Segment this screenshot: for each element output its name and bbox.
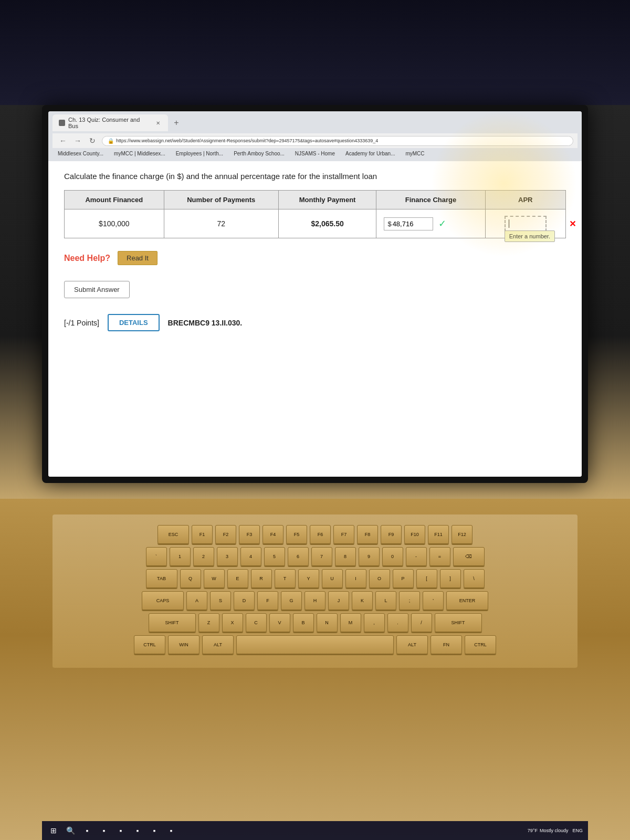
key-lalt[interactable]: ALT — [202, 635, 234, 654]
reload-button[interactable]: ↻ — [86, 134, 99, 147]
windows-start-button[interactable]: ⊞ — [47, 824, 60, 837]
key-7[interactable]: 7 — [311, 547, 332, 566]
key-1[interactable]: 1 — [170, 547, 191, 566]
forward-button[interactable]: → — [71, 134, 84, 147]
bookmark-njsams[interactable]: NJSAMS - Home — [292, 150, 338, 158]
key-lbracket[interactable]: [ — [416, 569, 437, 588]
key-rshift[interactable]: SHIFT — [435, 613, 482, 632]
key-y[interactable]: Y — [298, 569, 319, 588]
key-w[interactable]: W — [204, 569, 225, 588]
key-8[interactable]: 8 — [335, 547, 356, 566]
active-tab[interactable]: Ch. 13 Quiz: Consumer and Bus ✕ — [52, 114, 168, 131]
key-e[interactable]: E — [227, 569, 248, 588]
key-f7[interactable]: F7 — [333, 525, 354, 544]
key-n[interactable]: N — [317, 613, 338, 632]
bookmark-academy[interactable]: Academy for Urban... — [342, 150, 398, 158]
key-lctrl[interactable]: CTRL — [134, 635, 165, 654]
key-f5[interactable]: F5 — [286, 525, 307, 544]
key-p[interactable]: P — [393, 569, 414, 588]
key-period[interactable]: . — [387, 613, 408, 632]
apr-input-wrap[interactable] — [505, 216, 547, 232]
taskbar-icon-2[interactable]: ▪ — [98, 824, 110, 837]
tab-close-button[interactable]: ✕ — [154, 119, 162, 127]
taskbar-icon-6[interactable]: ▪ — [165, 824, 177, 837]
key-rctrl[interactable]: CTRL — [465, 635, 496, 654]
key-o[interactable]: O — [369, 569, 390, 588]
key-m[interactable]: M — [340, 613, 361, 632]
key-f6[interactable]: F6 — [310, 525, 331, 544]
key-i[interactable]: I — [345, 569, 366, 588]
read-it-button[interactable]: Read It — [118, 251, 158, 265]
key-4[interactable]: 4 — [240, 547, 261, 566]
key-x[interactable]: X — [222, 613, 243, 632]
key-t[interactable]: T — [275, 569, 296, 588]
key-v[interactable]: V — [269, 613, 290, 632]
key-slash[interactable]: / — [411, 613, 432, 632]
key-0[interactable]: 0 — [382, 547, 403, 566]
key-f12[interactable]: F12 — [452, 525, 472, 544]
key-enter[interactable]: ENTER — [446, 591, 488, 610]
key-fn[interactable]: FN — [430, 635, 462, 654]
key-f[interactable]: F — [257, 591, 278, 610]
key-d[interactable]: D — [234, 591, 255, 610]
key-space[interactable] — [236, 635, 394, 654]
bookmark-employees[interactable]: Employees | North... — [173, 150, 226, 158]
key-u[interactable]: U — [322, 569, 343, 588]
key-backtick[interactable]: ` — [146, 547, 167, 566]
key-a[interactable]: A — [186, 591, 207, 610]
bookmark-middlesex-county[interactable]: Middlesex County... — [55, 150, 107, 158]
details-button[interactable]: DETAILS — [108, 314, 160, 331]
key-f10[interactable]: F10 — [404, 525, 425, 544]
key-f1[interactable]: F1 — [192, 525, 213, 544]
key-g[interactable]: G — [281, 591, 302, 610]
taskbar-icon-3[interactable]: ▪ — [114, 824, 127, 837]
key-rbracket[interactable]: ] — [440, 569, 461, 588]
key-z[interactable]: Z — [198, 613, 219, 632]
bookmark-mymcc[interactable]: myMCC | Middlesex... — [111, 150, 169, 158]
key-j[interactable]: J — [328, 591, 349, 610]
back-button[interactable]: ← — [57, 134, 69, 147]
key-f9[interactable]: F9 — [381, 525, 402, 544]
key-l[interactable]: L — [375, 591, 396, 610]
search-taskbar-button[interactable]: 🔍 — [64, 824, 77, 837]
taskbar-icon-4[interactable]: ▪ — [131, 824, 144, 837]
key-minus[interactable]: - — [406, 547, 427, 566]
bookmark-mymcc2[interactable]: myMCC — [402, 150, 427, 158]
key-2[interactable]: 2 — [193, 547, 214, 566]
key-esc[interactable]: ESC — [158, 525, 189, 544]
key-q[interactable]: Q — [180, 569, 201, 588]
key-quote[interactable]: ' — [423, 591, 444, 610]
bookmark-perth-amboy[interactable]: Perth Amboy Schoo... — [230, 150, 288, 158]
key-6[interactable]: 6 — [288, 547, 309, 566]
key-equals[interactable]: = — [429, 547, 450, 566]
key-backslash[interactable]: \ — [464, 569, 485, 588]
key-3[interactable]: 3 — [217, 547, 238, 566]
key-f3[interactable]: F3 — [239, 525, 260, 544]
key-tab[interactable]: TAB — [146, 569, 177, 588]
key-h[interactable]: H — [304, 591, 326, 610]
taskbar-icon-1[interactable]: ▪ — [81, 824, 93, 837]
finance-charge-input[interactable] — [393, 220, 429, 228]
key-5[interactable]: 5 — [264, 547, 285, 566]
submit-answer-button[interactable]: Submit Answer — [64, 281, 130, 298]
key-9[interactable]: 9 — [359, 547, 380, 566]
key-capslock[interactable]: CAPS — [142, 591, 184, 610]
key-f11[interactable]: F11 — [428, 525, 449, 544]
address-bar[interactable]: 🔒 https://www.webassign.net/web/Student/… — [102, 136, 573, 146]
key-c[interactable]: C — [246, 613, 267, 632]
key-k[interactable]: K — [352, 591, 373, 610]
key-win[interactable]: WIN — [168, 635, 200, 654]
key-ralt[interactable]: ALT — [396, 635, 428, 654]
key-r[interactable]: R — [251, 569, 272, 588]
key-backspace[interactable]: ⌫ — [453, 547, 485, 566]
key-b[interactable]: B — [293, 613, 314, 632]
taskbar-icon-5[interactable]: ▪ — [148, 824, 161, 837]
key-semicolon[interactable]: ; — [399, 591, 420, 610]
key-comma[interactable]: , — [364, 613, 385, 632]
key-f2[interactable]: F2 — [215, 525, 236, 544]
key-s[interactable]: S — [210, 591, 231, 610]
new-tab-button[interactable]: + — [170, 117, 183, 129]
key-f8[interactable]: F8 — [357, 525, 378, 544]
key-f4[interactable]: F4 — [262, 525, 284, 544]
key-lshift[interactable]: SHIFT — [149, 613, 196, 632]
